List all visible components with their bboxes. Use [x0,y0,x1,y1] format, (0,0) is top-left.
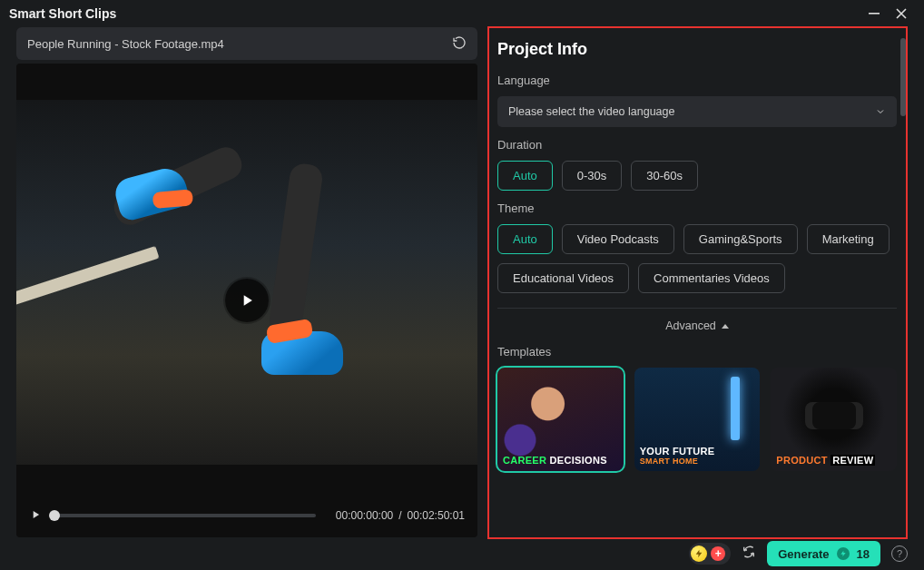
time-separator: / [398,509,401,522]
theme-gaming-sports[interactable]: Gaming&Sports [683,224,798,254]
play-icon [238,291,256,310]
time-total: 00:02:50:01 [408,509,465,522]
duration-30-60[interactable]: 30-60s [631,161,698,191]
templates-row: CAREER DECISIONS YOUR FUTURESMART HOME P… [497,368,897,471]
time-current: 00:00:00:00 [336,509,393,522]
duration-options: Auto 0-30s 30-60s [497,161,897,191]
file-name: People Running - Stock Footage.mp4 [27,37,224,51]
reload-file-button[interactable] [452,35,467,53]
template-card-1[interactable]: CAREER DECISIONS [497,368,624,471]
left-pane: People Running - Stock Footage.mp4 [16,27,477,537]
credits-pill[interactable]: + [689,543,731,565]
minimize-button[interactable] [860,0,888,27]
language-select[interactable]: Please select the video language [497,96,897,127]
minimize-icon [869,8,880,19]
chevron-down-icon [875,106,886,117]
template-3-label: PRODUCT REVIEW [776,455,875,466]
coin-icon [691,545,707,562]
generate-label: Generate [778,547,829,561]
project-info-panel: Project Info Language Please select the … [487,27,908,537]
refresh-icon [742,545,756,559]
template-2-label: YOUR FUTURESMART HOME [640,446,715,466]
play-overlay-button[interactable] [225,279,269,322]
help-button[interactable]: ? [891,545,908,562]
close-button[interactable] [888,0,915,27]
add-credits-icon: + [711,546,725,561]
generate-cost: 18 [857,547,870,561]
language-placeholder: Please select the video language [508,105,674,118]
duration-auto[interactable]: Auto [497,161,553,191]
advanced-toggle[interactable]: Advanced [497,308,897,332]
template-1-label: CAREER DECISIONS [503,455,607,466]
theme-video-podcasts[interactable]: Video Podcasts [562,224,674,254]
language-label: Language [497,74,897,87]
player-controls: 00:00:00:00 / 00:02:50:01 [16,494,477,537]
play-button[interactable] [29,508,42,524]
generate-button[interactable]: Generate 18 [767,541,880,566]
footer-bar: + Generate 18 ? [0,537,924,570]
play-small-icon [29,508,42,521]
theme-educational[interactable]: Educational Videos [497,263,629,293]
seek-bar[interactable] [53,514,316,517]
window-title: Smart Short Clips [9,6,116,21]
template-card-2[interactable]: YOUR FUTURESMART HOME [634,368,761,471]
theme-options: Auto Video Podcasts Gaming&Sports Market… [497,224,897,293]
templates-label: Templates [497,345,897,359]
template-card-3[interactable]: PRODUCT REVIEW [771,368,897,471]
theme-commentaries[interactable]: Commentaries Videos [638,263,785,293]
duration-0-30[interactable]: 0-30s [562,161,623,191]
theme-label: Theme [497,201,897,215]
reload-icon [452,35,467,50]
cost-coin-icon [837,547,850,560]
file-bar: People Running - Stock Footage.mp4 [16,27,477,60]
advanced-label: Advanced [665,319,716,332]
duration-label: Duration [497,138,897,152]
chevron-up-icon [722,324,729,329]
video-preview: 00:00:00:00 / 00:02:50:01 [16,64,477,537]
close-icon [896,8,907,19]
svg-rect-0 [869,13,880,15]
panel-title: Project Info [497,40,897,59]
refresh-button[interactable] [742,545,756,563]
theme-auto[interactable]: Auto [497,224,553,254]
theme-marketing[interactable]: Marketing [807,224,890,254]
title-bar: Smart Short Clips [0,0,924,27]
